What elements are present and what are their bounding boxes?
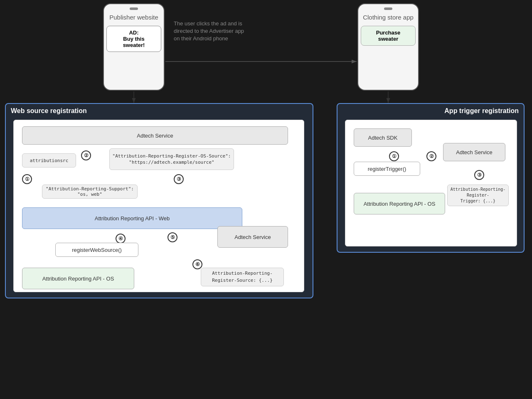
attribution-api-os-right: Attribution Reporting API - OS [354, 193, 445, 214]
step-circle-4-left: ④ [116, 234, 126, 244]
web-source-section: Web source registration Adtech Service a… [5, 103, 313, 298]
attribution-src-box: attributionsrc [22, 153, 76, 167]
clothing-phone: Clothing store app Purchase sweater [357, 3, 419, 91]
ad-text: Buy this sweater! [123, 36, 145, 48]
clothing-phone-title: Clothing store app [359, 12, 418, 23]
app-trigger-inner: Adtech SDK ① registerTrigger() ② Adtech … [345, 120, 517, 246]
adtech-sdk: Adtech SDK [354, 128, 412, 147]
step-circle-1-right: ① [389, 151, 399, 161]
support-header-box: "Attribution-Reporting-Support": "os, we… [42, 185, 138, 199]
app-trigger-title: App trigger registration [444, 107, 519, 115]
header-response-box: "Attribution-Reporting-Register-OS-Sourc… [109, 148, 234, 170]
diagram-area: Publisher website AD: Buy this sweater! … [0, 0, 532, 399]
phone-notch [130, 7, 138, 10]
step-circle-3-left: ③ [174, 174, 184, 184]
step-circle-5-left: ⑤ [167, 232, 177, 242]
purchase-button: Purchase sweater [361, 26, 416, 46]
publisher-ad-box: AD: Buy this sweater! [106, 26, 161, 52]
attribution-api-os-left: Attribution Reporting API - OS [22, 268, 134, 289]
ad-label: AD: [129, 30, 138, 36]
adtech-service-top: Adtech Service [22, 126, 288, 145]
web-source-inner: Adtech Service attributionsrc "Attributi… [13, 120, 304, 292]
step-circle-3-right: ③ [474, 170, 484, 180]
web-source-title: Web source registration [11, 107, 87, 115]
publisher-phone: Publisher website AD: Buy this sweater! [103, 3, 165, 91]
attr-register-trigger: Attribution-Reporting-Register- Trigger:… [447, 185, 509, 206]
step-circle-2-right: ② [426, 151, 436, 161]
step-circle-6-left: ⑥ [192, 259, 202, 269]
attr-register-source: Attribution-Reporting- Register-Source: … [201, 268, 284, 286]
attribution-api-web: Attribution Reporting API - Web [22, 207, 242, 229]
app-trigger-section: App trigger registration Adtech SDK ① re… [337, 103, 525, 253]
step-circle-1-left: ① [22, 174, 32, 184]
adtech-service-bottom: Adtech Service [217, 226, 288, 248]
step-circle-2-left: ② [81, 150, 91, 160]
publisher-phone-title: Publisher website [105, 12, 163, 23]
phone-notch-2 [384, 7, 392, 10]
register-web-source: registerWebSource() [55, 243, 138, 257]
register-trigger: registerTrigger() [354, 162, 420, 176]
adtech-service-right: Adtech Service [443, 143, 505, 161]
description-text: The user clicks the ad and is directed t… [174, 20, 249, 43]
